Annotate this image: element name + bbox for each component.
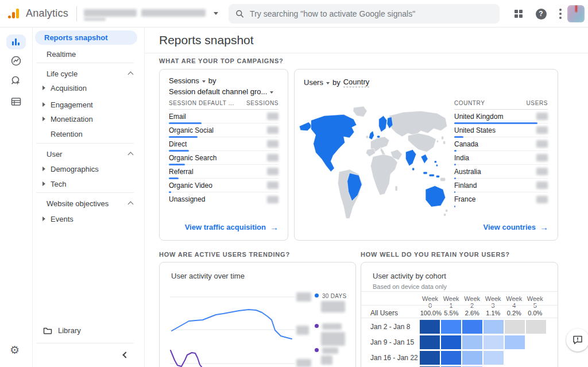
view-countries-link[interactable]: View countries →	[483, 222, 548, 232]
row-bar	[454, 206, 455, 207]
nav-label: Library	[58, 326, 81, 335]
row-bar	[454, 164, 456, 165]
nav-section-label: Life cycle	[47, 69, 78, 78]
row-value-redacted	[536, 154, 548, 161]
dimension-label[interactable]: Country	[343, 78, 370, 87]
nav-label: Monetization	[51, 115, 93, 123]
cohort-row: Jan 2 - Jan 8	[370, 320, 546, 334]
legend-value-redacted	[321, 301, 345, 312]
rail-home-button[interactable]	[6, 53, 26, 68]
nav-divider	[36, 63, 134, 63]
row-bar	[169, 177, 179, 179]
nav-acquisition[interactable]: Acquisition	[35, 81, 137, 95]
reports-nav-drawer: Reports snapshot Realtime Life cycle Acq…	[33, 28, 145, 367]
row-bar	[454, 122, 537, 124]
nav-label: Events	[51, 215, 74, 223]
cohort-cell	[483, 320, 504, 334]
nav-section-user[interactable]: User	[35, 147, 137, 161]
arrow-right-icon: →	[270, 222, 278, 232]
row-bar	[454, 136, 463, 138]
legend-label: 30 DAYS	[322, 293, 347, 299]
user-avatar[interactable]	[567, 5, 585, 22]
card-subtitle: Based on device data only	[373, 283, 447, 290]
cohort-label: Jan 9 - Jan 15	[370, 338, 420, 346]
cohort-cell	[420, 351, 440, 365]
users-by-country-card: Users by Country	[294, 69, 558, 241]
axis-value-redacted	[296, 292, 311, 302]
row-value-redacted	[267, 126, 278, 134]
nav-monetization[interactable]: Monetization	[35, 112, 137, 126]
week-header: Week 1	[441, 295, 461, 309]
admin-gear-icon[interactable]: ⚙	[10, 343, 20, 357]
retention-percent: 2.6%	[462, 310, 482, 316]
nav-demographics[interactable]: Demographics	[35, 162, 137, 176]
rail-reports-button[interactable]	[6, 34, 26, 49]
account-switcher-caret-icon[interactable]	[214, 12, 218, 15]
search-icon	[235, 9, 244, 18]
week-header: Week 3	[483, 295, 503, 309]
row-bar	[169, 150, 189, 152]
bar-chart-icon	[11, 38, 21, 46]
dimension-selector[interactable]: Session default channel gro...	[169, 87, 273, 96]
table-row: Organic Search	[169, 151, 278, 165]
legend-item-secondary	[315, 323, 342, 330]
row-value-redacted	[536, 168, 548, 175]
legend-value-redacted	[321, 356, 332, 365]
table-row: Organic Social	[169, 123, 278, 137]
feedback-button[interactable]	[566, 329, 588, 351]
view-traffic-acquisition-link[interactable]: View traffic acquisition →	[185, 222, 278, 232]
row-label: Australia	[454, 168, 481, 176]
cohort-cell	[505, 351, 525, 365]
list-table-icon	[11, 97, 21, 106]
row-bar	[169, 136, 198, 138]
nav-events[interactable]: Events	[35, 212, 137, 226]
search-bar[interactable]	[229, 4, 500, 24]
search-input[interactable]	[250, 9, 493, 18]
week-header: Week 4	[504, 295, 524, 309]
week-header: Week 5	[525, 295, 545, 309]
divider	[361, 305, 558, 306]
rail-explore-button[interactable]	[6, 74, 26, 88]
magnifier-cursor-icon	[10, 75, 22, 87]
row-value-redacted	[267, 196, 278, 203]
table-row: Direct	[169, 137, 278, 151]
nav-label: Retention	[51, 130, 83, 138]
column-header-dimension: COUNTRY	[454, 100, 485, 106]
expand-arrow-icon	[42, 167, 45, 171]
nav-library[interactable]: Library	[35, 323, 137, 337]
collapse-drawer-button[interactable]	[120, 349, 131, 361]
nav-engagement[interactable]: Engagement	[35, 98, 137, 111]
topbar-divider	[76, 6, 77, 21]
user-activity-over-time-card: User activity over time 30 DAYS	[159, 262, 356, 367]
legend-label-redacted	[322, 347, 338, 354]
arrow-right-icon: →	[540, 222, 548, 232]
table-row: United States	[454, 123, 548, 137]
cohort-cell	[526, 320, 546, 334]
row-value-redacted	[267, 154, 278, 161]
nav-retention[interactable]: Retention	[35, 127, 137, 141]
google-analytics-logo-icon	[8, 9, 19, 18]
kebab-menu-icon[interactable]	[555, 8, 566, 20]
nav-section-website-objectives[interactable]: Website objectives	[35, 196, 137, 210]
by-label: by	[332, 78, 341, 87]
metric-selector[interactable]: Sessions by	[169, 76, 273, 85]
metric-dimension-selector[interactable]: Users by Country	[304, 78, 369, 87]
help-icon[interactable]: ?	[535, 8, 547, 20]
axis-value-redacted	[296, 326, 309, 335]
nav-section-life-cycle[interactable]: Life cycle	[35, 67, 137, 80]
row-label: Referral	[169, 168, 194, 176]
nav-label: Demographics	[51, 165, 99, 173]
expand-arrow-icon	[42, 117, 45, 121]
nav-tech[interactable]: Tech	[35, 177, 137, 191]
rail-advertising-button[interactable]	[6, 94, 26, 109]
world-map	[298, 103, 450, 234]
link-label: View countries	[483, 223, 536, 231]
folder-icon	[43, 327, 52, 334]
legend-item-30-days: 30 DAYS	[315, 293, 347, 299]
nav-reports-snapshot[interactable]: Reports snapshot	[35, 30, 137, 45]
by-label: by	[208, 76, 216, 85]
nav-realtime[interactable]: Realtime	[35, 47, 137, 61]
table-row: United Kingdom	[454, 110, 548, 123]
apps-grid-icon[interactable]	[513, 8, 524, 20]
topbar: Analytics ?	[0, 0, 588, 28]
